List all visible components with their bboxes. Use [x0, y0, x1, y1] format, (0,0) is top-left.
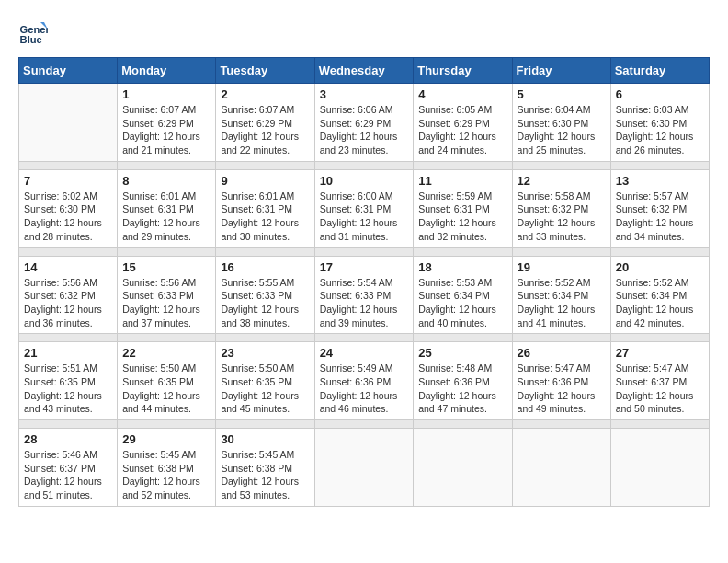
logo: General Blue — [18, 18, 51, 48]
day-number: 28 — [24, 432, 112, 446]
calendar-cell — [314, 429, 414, 507]
day-info: Sunrise: 5:52 AMSunset: 6:34 PMDaylight:… — [518, 276, 606, 330]
day-info: Sunrise: 5:54 AMSunset: 6:33 PMDaylight:… — [320, 276, 409, 330]
day-info: Sunrise: 5:53 AMSunset: 6:34 PMDaylight:… — [418, 276, 506, 330]
day-info: Sunrise: 5:55 AMSunset: 6:33 PMDaylight:… — [221, 276, 309, 330]
day-number: 23 — [221, 346, 309, 360]
calendar-cell: 11Sunrise: 5:59 AMSunset: 6:31 PMDayligh… — [414, 169, 512, 247]
day-number: 26 — [518, 346, 606, 360]
day-info: Sunrise: 6:07 AMSunset: 6:29 PMDaylight:… — [221, 103, 309, 157]
calendar-cell: 19Sunrise: 5:52 AMSunset: 6:34 PMDayligh… — [512, 256, 610, 334]
day-info: Sunrise: 5:45 AMSunset: 6:38 PMDaylight:… — [122, 448, 210, 502]
day-number: 29 — [122, 432, 210, 446]
svg-text:Blue: Blue — [20, 34, 42, 45]
day-number: 25 — [418, 346, 506, 360]
row-divider — [19, 161, 710, 169]
day-info: Sunrise: 6:02 AMSunset: 6:30 PMDaylight:… — [24, 190, 112, 244]
calendar-cell: 12Sunrise: 5:58 AMSunset: 6:32 PMDayligh… — [512, 169, 610, 247]
calendar-week-row: 21Sunrise: 5:51 AMSunset: 6:35 PMDayligh… — [19, 342, 710, 420]
row-divider — [19, 334, 710, 342]
day-info: Sunrise: 5:46 AMSunset: 6:37 PMDaylight:… — [24, 448, 112, 502]
calendar-cell: 23Sunrise: 5:50 AMSunset: 6:35 PMDayligh… — [216, 342, 314, 420]
day-number: 24 — [320, 346, 409, 360]
day-info: Sunrise: 6:01 AMSunset: 6:31 PMDaylight:… — [122, 190, 210, 244]
calendar-cell: 29Sunrise: 5:45 AMSunset: 6:38 PMDayligh… — [118, 429, 216, 507]
day-number: 30 — [221, 432, 309, 446]
calendar-cell: 13Sunrise: 5:57 AMSunset: 6:32 PMDayligh… — [610, 169, 709, 247]
logo-icon: General Blue — [18, 18, 48, 48]
day-number: 10 — [320, 174, 409, 188]
day-number: 3 — [320, 87, 409, 101]
day-info: Sunrise: 6:00 AMSunset: 6:31 PMDaylight:… — [320, 190, 409, 244]
calendar-cell: 27Sunrise: 5:47 AMSunset: 6:37 PMDayligh… — [610, 342, 709, 420]
calendar-cell: 20Sunrise: 5:52 AMSunset: 6:34 PMDayligh… — [610, 256, 709, 334]
day-info: Sunrise: 5:49 AMSunset: 6:36 PMDaylight:… — [320, 362, 409, 416]
col-header-wednesday: Wednesday — [314, 58, 414, 84]
day-info: Sunrise: 5:50 AMSunset: 6:35 PMDaylight:… — [221, 362, 309, 416]
day-info: Sunrise: 5:48 AMSunset: 6:36 PMDaylight:… — [418, 362, 506, 416]
day-number: 4 — [418, 87, 506, 101]
day-info: Sunrise: 6:01 AMSunset: 6:31 PMDaylight:… — [221, 190, 309, 244]
calendar-week-row: 7Sunrise: 6:02 AMSunset: 6:30 PMDaylight… — [19, 169, 710, 247]
calendar-cell — [19, 84, 118, 162]
calendar-cell: 24Sunrise: 5:49 AMSunset: 6:36 PMDayligh… — [314, 342, 414, 420]
col-header-sunday: Sunday — [19, 58, 118, 84]
calendar-cell: 6Sunrise: 6:03 AMSunset: 6:30 PMDaylight… — [610, 84, 709, 162]
day-number: 5 — [518, 87, 606, 101]
calendar-cell — [414, 429, 512, 507]
col-header-thursday: Thursday — [414, 58, 512, 84]
calendar-cell: 7Sunrise: 6:02 AMSunset: 6:30 PMDaylight… — [19, 169, 118, 247]
day-number: 7 — [24, 174, 112, 188]
day-number: 19 — [518, 260, 606, 274]
day-info: Sunrise: 5:56 AMSunset: 6:33 PMDaylight:… — [122, 276, 210, 330]
calendar-week-row: 14Sunrise: 5:56 AMSunset: 6:32 PMDayligh… — [19, 256, 710, 334]
row-divider — [19, 247, 710, 256]
day-info: Sunrise: 6:05 AMSunset: 6:29 PMDaylight:… — [418, 103, 506, 157]
calendar-table: SundayMondayTuesdayWednesdayThursdayFrid… — [18, 57, 710, 507]
calendar-cell: 3Sunrise: 6:06 AMSunset: 6:29 PMDaylight… — [314, 84, 414, 162]
row-divider — [19, 420, 710, 429]
calendar-cell: 16Sunrise: 5:55 AMSunset: 6:33 PMDayligh… — [216, 256, 314, 334]
calendar-cell: 28Sunrise: 5:46 AMSunset: 6:37 PMDayligh… — [19, 429, 118, 507]
calendar-cell: 25Sunrise: 5:48 AMSunset: 6:36 PMDayligh… — [414, 342, 512, 420]
calendar-cell — [512, 429, 610, 507]
calendar-cell: 15Sunrise: 5:56 AMSunset: 6:33 PMDayligh… — [118, 256, 216, 334]
calendar-cell: 9Sunrise: 6:01 AMSunset: 6:31 PMDaylight… — [216, 169, 314, 247]
page-header: General Blue — [18, 18, 710, 48]
calendar-cell — [610, 429, 709, 507]
day-info: Sunrise: 6:03 AMSunset: 6:30 PMDaylight:… — [616, 103, 704, 157]
calendar-cell: 18Sunrise: 5:53 AMSunset: 6:34 PMDayligh… — [414, 256, 512, 334]
day-info: Sunrise: 5:50 AMSunset: 6:35 PMDaylight:… — [122, 362, 210, 416]
day-number: 15 — [122, 260, 210, 274]
day-number: 16 — [221, 260, 309, 274]
day-number: 6 — [616, 87, 704, 101]
day-number: 9 — [221, 174, 309, 188]
day-number: 18 — [418, 260, 506, 274]
calendar-cell: 2Sunrise: 6:07 AMSunset: 6:29 PMDaylight… — [216, 84, 314, 162]
calendar-cell: 14Sunrise: 5:56 AMSunset: 6:32 PMDayligh… — [19, 256, 118, 334]
col-header-friday: Friday — [512, 58, 610, 84]
day-info: Sunrise: 5:58 AMSunset: 6:32 PMDaylight:… — [518, 190, 606, 244]
day-info: Sunrise: 5:51 AMSunset: 6:35 PMDaylight:… — [24, 362, 112, 416]
day-info: Sunrise: 5:59 AMSunset: 6:31 PMDaylight:… — [418, 190, 506, 244]
day-info: Sunrise: 6:06 AMSunset: 6:29 PMDaylight:… — [320, 103, 409, 157]
calendar-cell: 10Sunrise: 6:00 AMSunset: 6:31 PMDayligh… — [314, 169, 414, 247]
calendar-cell: 5Sunrise: 6:04 AMSunset: 6:30 PMDaylight… — [512, 84, 610, 162]
day-number: 20 — [616, 260, 704, 274]
day-number: 12 — [518, 174, 606, 188]
day-number: 27 — [616, 346, 704, 360]
calendar-cell: 17Sunrise: 5:54 AMSunset: 6:33 PMDayligh… — [314, 256, 414, 334]
day-number: 11 — [418, 174, 506, 188]
col-header-tuesday: Tuesday — [216, 58, 314, 84]
day-info: Sunrise: 5:47 AMSunset: 6:37 PMDaylight:… — [616, 362, 704, 416]
calendar-cell: 22Sunrise: 5:50 AMSunset: 6:35 PMDayligh… — [118, 342, 216, 420]
calendar-cell: 8Sunrise: 6:01 AMSunset: 6:31 PMDaylight… — [118, 169, 216, 247]
day-number: 2 — [221, 87, 309, 101]
col-header-monday: Monday — [118, 58, 216, 84]
day-info: Sunrise: 5:52 AMSunset: 6:34 PMDaylight:… — [616, 276, 704, 330]
calendar-week-row: 1Sunrise: 6:07 AMSunset: 6:29 PMDaylight… — [19, 84, 710, 162]
day-info: Sunrise: 5:57 AMSunset: 6:32 PMDaylight:… — [616, 190, 704, 244]
calendar-cell: 30Sunrise: 5:45 AMSunset: 6:38 PMDayligh… — [216, 429, 314, 507]
day-info: Sunrise: 6:07 AMSunset: 6:29 PMDaylight:… — [122, 103, 210, 157]
calendar-cell: 1Sunrise: 6:07 AMSunset: 6:29 PMDaylight… — [118, 84, 216, 162]
